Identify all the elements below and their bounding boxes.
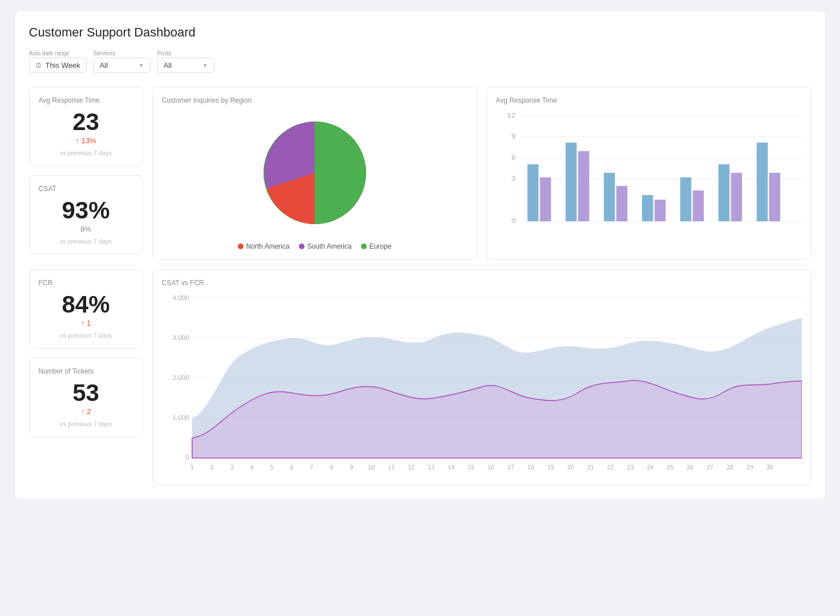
- services-filter-value: All: [100, 61, 108, 70]
- tickets-change: ↑ 2: [39, 407, 133, 416]
- bar: [718, 164, 729, 221]
- svg-text:1: 1: [190, 464, 193, 471]
- bar: [539, 177, 550, 221]
- top-row: Avg Response Time 23 ↑ 13% vs previous 7…: [29, 87, 811, 260]
- pie-legend: North America South America Europe: [238, 242, 392, 250]
- svg-text:8: 8: [330, 464, 333, 471]
- svg-text:6: 6: [511, 154, 516, 161]
- svg-text:10: 10: [368, 464, 375, 471]
- date-filter-group: Auto date range 🗓 This Week: [29, 50, 87, 73]
- csat-vs: vs previous 7 days: [39, 238, 133, 245]
- svg-text:20: 20: [567, 464, 574, 471]
- chevron-down-icon-posts: ▼: [202, 62, 208, 68]
- svg-text:12: 12: [507, 112, 516, 119]
- legend-europe: Europe: [361, 242, 392, 250]
- pie-chart-title: Customer Inquiries by Region: [162, 96, 468, 104]
- avg-response-time-card: Avg Response Time 23 ↑ 13% vs previous 7…: [29, 87, 143, 166]
- avg-response-time-value: 23: [39, 110, 133, 134]
- svg-text:3: 3: [511, 175, 516, 183]
- tickets-title: Number of Tickets: [39, 367, 133, 375]
- tickets-vs: vs previous 7 days: [39, 420, 133, 427]
- svg-text:14: 14: [448, 464, 455, 471]
- svg-text:9: 9: [350, 464, 353, 471]
- pie-chart-svg: [252, 110, 378, 236]
- bar-chart-svg: 12 9 6 3 0: [496, 110, 802, 241]
- svg-text:27: 27: [707, 464, 713, 471]
- svg-text:18: 18: [527, 464, 534, 471]
- svg-text:22: 22: [607, 464, 614, 471]
- svg-text:7: 7: [310, 464, 313, 471]
- posts-filter-label: Posts: [157, 50, 214, 56]
- svg-text:29: 29: [746, 464, 753, 471]
- north-america-dot: [238, 244, 244, 249]
- left-metrics-top: Avg Response Time 23 ↑ 13% vs previous 7…: [29, 87, 143, 260]
- area-chart-title: CSAT vs FCR: [162, 279, 802, 287]
- svg-text:3: 3: [230, 464, 233, 471]
- pie-chart-card: Customer Inquiries by Region: [152, 87, 477, 260]
- bar-chart-card: Avg Response Time 12 9 6 3 0: [486, 87, 811, 260]
- svg-text:1,000: 1,000: [172, 414, 189, 421]
- svg-text:12: 12: [408, 464, 415, 471]
- fcr-card: FCR 84% ↑ 1 vs previous 7 days: [29, 269, 143, 348]
- europe-label: Europe: [370, 242, 392, 250]
- csat-title: CSAT: [39, 185, 133, 193]
- dashboard: Customer Support Dashboard Auto date ran…: [15, 11, 825, 499]
- svg-text:16: 16: [487, 464, 494, 471]
- svg-text:26: 26: [687, 464, 693, 471]
- posts-filter-button[interactable]: All ▼: [157, 58, 214, 73]
- bar-chart-title: Avg Response Time: [496, 96, 802, 104]
- bar-chart-container: 12 9 6 3 0: [496, 110, 802, 241]
- south-america-dot: [299, 244, 305, 249]
- north-america-label: North America: [246, 242, 290, 250]
- bar: [642, 195, 652, 221]
- bar: [680, 177, 691, 221]
- bar: [692, 191, 703, 221]
- svg-text:5: 5: [270, 464, 273, 471]
- posts-filter-group: Posts All ▼: [157, 50, 214, 73]
- tickets-card: Number of Tickets 53 ↑ 2 vs previous 7 d…: [29, 358, 143, 437]
- bar: [654, 200, 665, 221]
- svg-text:4: 4: [250, 464, 253, 471]
- bar: [731, 173, 741, 221]
- svg-text:13: 13: [428, 464, 435, 471]
- date-filter-value: This Week: [46, 61, 80, 70]
- chevron-down-icon: ▼: [139, 62, 144, 68]
- europe-slice: [315, 121, 366, 224]
- services-filter-label: Services: [94, 50, 151, 56]
- svg-text:0: 0: [185, 454, 189, 461]
- svg-text:11: 11: [388, 464, 395, 471]
- svg-text:28: 28: [727, 464, 733, 471]
- legend-south-america: South America: [299, 242, 352, 250]
- posts-filter-value: All: [164, 61, 172, 70]
- svg-text:0: 0: [511, 217, 516, 225]
- bar: [616, 186, 627, 221]
- bar: [756, 143, 767, 221]
- fcr-change: ↑ 1: [39, 319, 133, 327]
- south-america-label: South America: [307, 242, 352, 250]
- filters-bar: Auto date range 🗓 This Week Services All…: [29, 50, 811, 73]
- svg-text:19: 19: [547, 464, 554, 471]
- svg-text:9: 9: [511, 133, 516, 140]
- europe-dot: [361, 244, 367, 249]
- svg-text:17: 17: [507, 464, 514, 471]
- left-metrics-bottom: FCR 84% ↑ 1 vs previous 7 days Number of…: [29, 269, 143, 485]
- tickets-value: 53: [39, 381, 133, 405]
- csat-card: CSAT 93% 8% vs previous 7 days: [29, 175, 143, 254]
- svg-text:6: 6: [290, 464, 293, 471]
- fcr-title: FCR: [39, 279, 133, 287]
- svg-text:15: 15: [468, 464, 474, 471]
- fcr-value: 84%: [39, 293, 133, 317]
- svg-text:4,000: 4,000: [172, 294, 189, 301]
- services-filter-button[interactable]: All ▼: [94, 58, 151, 73]
- date-filter-label: Auto date range: [29, 50, 87, 56]
- area-chart-container: 4,000 3,000 2,000 1,000 0 1 2 3: [162, 293, 802, 475]
- svg-text:24: 24: [647, 464, 654, 471]
- svg-text:23: 23: [627, 464, 634, 471]
- bottom-row: FCR 84% ↑ 1 vs previous 7 days Number of…: [29, 269, 811, 485]
- bar: [603, 173, 614, 221]
- date-filter-button[interactable]: 🗓 This Week: [29, 58, 87, 73]
- svg-text:2: 2: [210, 464, 213, 471]
- csat-value: 93%: [39, 198, 133, 222]
- bar: [578, 151, 589, 221]
- avg-response-time-change: ↑ 13%: [39, 136, 133, 145]
